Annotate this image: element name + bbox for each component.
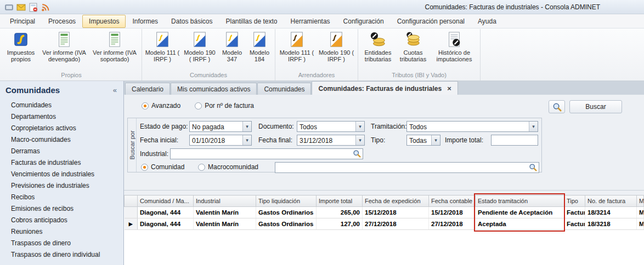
tramitacion-select[interactable]: Todos ▾	[406, 121, 538, 132]
sidebar-item-previsiones-de-industriales[interactable]: Previsiones de industriales	[0, 180, 123, 192]
radio-comunidad[interactable]: Comunidad	[141, 163, 184, 171]
menu-tab-impuestos[interactable]: Impuestos	[82, 15, 126, 28]
menu-tab-ayuda[interactable]: Ayuda	[471, 15, 503, 28]
sidebar-item-copropietarios-activos[interactable]: Copropietarios activos	[0, 123, 123, 134]
menu-tab-principal[interactable]: Principal	[3, 15, 42, 28]
close-tab-icon[interactable]: ×	[447, 86, 451, 91]
fecha-final-select[interactable]: 31/12/2018 ▾	[297, 135, 365, 146]
historico-imputaciones-button[interactable]: Histórico de imputaciones	[430, 29, 478, 71]
sidebar-item-traspasos-de-dinero[interactable]: Traspasos de dinero	[0, 238, 123, 249]
cell-tipo[interactable]: Factura	[564, 207, 585, 218]
cell-estado-tramitacion[interactable]: Pendiente de Aceptación	[476, 207, 564, 218]
modelo-111-comunidades-button[interactable]: Modelo 111 ( IRPF )	[144, 29, 181, 71]
radio-macrocomunidad[interactable]: Macrocomunidad	[198, 163, 258, 171]
doc-tab-comunidades[interactable]: Comunidades	[257, 83, 311, 95]
radio-por-numero-factura[interactable]: Por nº de factura	[195, 102, 254, 110]
calculator-icon[interactable]	[29, 3, 38, 11]
cell-no-factura[interactable]: 18/3218	[585, 218, 637, 230]
search-icon[interactable]	[549, 100, 565, 113]
column-header-fecha-expedicion[interactable]: Fecha de expedición	[363, 195, 429, 207]
chevron-down-icon[interactable]: ▾	[242, 135, 251, 145]
cuotas-tributarias-button[interactable]: Cuotas tributarias	[396, 29, 430, 71]
modelo-347-button[interactable]: Modelo 347	[218, 29, 246, 71]
sidebar-item-facturas-de-industriales[interactable]: Facturas de industriales	[0, 157, 123, 169]
sidebar-item-recibos[interactable]: Recibos	[0, 192, 123, 203]
menu-tab-procesos[interactable]: Procesos	[42, 15, 82, 28]
sidebar-item-emisiones-de-recibos[interactable]: Emisiones de recibos	[0, 203, 123, 215]
tipo-select[interactable]: Todas ▾	[406, 135, 440, 146]
sidebar-item-macro-comunidades[interactable]: Macro-comunidades	[0, 134, 123, 146]
modelo-111-arrendadores-button[interactable]: Modelo 111 ( IRPF )	[277, 29, 317, 71]
cell-fecha-contable[interactable]: 15/12/2018	[429, 207, 476, 218]
menu-tab-plantillas[interactable]: Plantillas de texto	[219, 15, 284, 28]
radio-avanzado[interactable]: Avanzado	[142, 102, 180, 110]
menu-tab-datos-basicos[interactable]: Datos básicos	[165, 15, 219, 28]
cell-tipo-liquidacion[interactable]: Gastos Ordinarios	[256, 207, 317, 218]
table-row-selected[interactable]: ▶ Diagonal, 444 Valentín Marín Gastos Or…	[125, 218, 644, 230]
fecha-inicial-select[interactable]: 01/10/2018 ▾	[189, 135, 252, 146]
sidebar-item-comunidades[interactable]: Comunidades	[0, 100, 123, 111]
cell-fecha-expedicion[interactable]: 15/12/2018	[363, 207, 429, 218]
industrial-field[interactable]	[171, 149, 363, 159]
cell-tipo[interactable]: Factura	[564, 218, 585, 230]
chevron-down-icon[interactable]: ▾	[242, 122, 251, 131]
ver-informe-iva-devengado-button[interactable]: Ver informe (IVA devengado)	[39, 29, 89, 71]
column-header-fecha-contable[interactable]: Fecha contable	[429, 195, 476, 207]
documento-select[interactable]: Todos ▾	[297, 121, 365, 132]
comunidad-field[interactable]	[275, 163, 539, 172]
column-header-tipo-liquidacion[interactable]: Tipo liquidación	[256, 195, 317, 207]
doc-tab-facturas-industriales[interactable]: Comunidades: Facturas de industriales ×	[312, 81, 457, 95]
sidebar-item-reuniones[interactable]: Reuniones	[0, 226, 123, 238]
buscar-button[interactable]: Buscar	[569, 100, 622, 113]
column-header-tipo[interactable]: Tipo	[564, 195, 585, 207]
industrial-search-icon[interactable]	[353, 149, 362, 159]
cell-industrial[interactable]: Valentín Marín	[194, 207, 256, 218]
cell-fecha-contable[interactable]: 27/12/2018	[429, 218, 476, 230]
cell-fecha-expedicion[interactable]: 27/12/2018	[363, 218, 429, 230]
estado-de-pago-select[interactable]: No pagada ▾	[189, 121, 252, 132]
entidades-tributarias-button[interactable]: Entidades tributarias	[360, 29, 396, 71]
cell-industrial[interactable]: Valentín Marín	[194, 218, 256, 230]
column-header-clipped[interactable]: M	[637, 195, 644, 207]
chevron-down-icon[interactable]: ▾	[355, 122, 364, 131]
sidebar-item-derramas[interactable]: Derramas	[0, 146, 123, 157]
cell-importe-total[interactable]: 127,00	[317, 218, 363, 230]
cell-comunidad[interactable]: Diagonal, 444	[138, 207, 194, 218]
ver-informe-iva-soportado-button[interactable]: Ver informe (IVA soportado)	[89, 29, 140, 71]
mail-icon[interactable]	[16, 3, 26, 11]
menu-tab-configuracion-personal[interactable]: Configuración personal	[391, 15, 471, 28]
row-indicator-selected[interactable]: ▶	[125, 218, 138, 230]
impuestos-propios-button[interactable]: Impuestos propios	[3, 29, 39, 71]
doc-tab-calendario[interactable]: Calendario	[125, 83, 170, 95]
modelo-190-arrendadores-button[interactable]: Modelo 190 ( IRPF )	[317, 29, 356, 71]
cell-importe-total[interactable]: 265,00	[317, 207, 363, 218]
column-header-no-factura[interactable]: No. de factura	[585, 195, 637, 207]
column-header-estado-tramitacion[interactable]: Estado tramitación	[476, 195, 564, 207]
collapse-sidebar-icon[interactable]: «	[113, 86, 117, 94]
menu-tab-configuracion[interactable]: Configuración	[337, 15, 391, 28]
comunidad-search-icon[interactable]	[529, 163, 538, 172]
cell-clipped[interactable]: M	[637, 218, 644, 230]
chevron-down-icon[interactable]: ▾	[431, 135, 440, 145]
cell-tipo-liquidacion[interactable]: Gastos Ordinarios	[256, 218, 317, 230]
table-row[interactable]: Diagonal, 444 Valentín Marín Gastos Ordi…	[125, 207, 644, 218]
sidebar-item-traspasos-de-dinero-individual[interactable]: Traspasos de dinero individual	[0, 249, 123, 261]
modelo-184-button[interactable]: Modelo 184	[246, 29, 273, 71]
cell-no-factura[interactable]: 18/3214	[585, 207, 637, 218]
menu-tab-informes[interactable]: Informes	[126, 15, 165, 28]
cell-comunidad[interactable]: Diagonal, 444	[138, 218, 194, 230]
sidebar-item-vencimientos-de-industriales[interactable]: Vencimientos de industriales	[0, 169, 123, 180]
capture-icon[interactable]	[4, 3, 14, 11]
cell-estado-tramitacion[interactable]: Aceptada	[476, 218, 564, 230]
row-indicator[interactable]	[125, 207, 138, 218]
modelo-190-comunidades-button[interactable]: Modelo 190 ( IRPF )	[181, 29, 218, 71]
column-header-industrial[interactable]: Industrial	[194, 195, 256, 207]
sidebar-item-departamentos[interactable]: Departamentos	[0, 111, 123, 123]
chevron-down-icon[interactable]: ▾	[355, 135, 364, 145]
importe-total-field[interactable]	[492, 135, 538, 145]
sidebar-item-cobros-anticipados[interactable]: Cobros anticipados	[0, 215, 123, 226]
chevron-down-icon[interactable]: ▾	[529, 122, 538, 131]
signal-icon[interactable]	[41, 3, 50, 11]
cell-clipped[interactable]: M	[637, 207, 644, 218]
column-header-importe-total[interactable]: Importe total	[317, 195, 363, 207]
